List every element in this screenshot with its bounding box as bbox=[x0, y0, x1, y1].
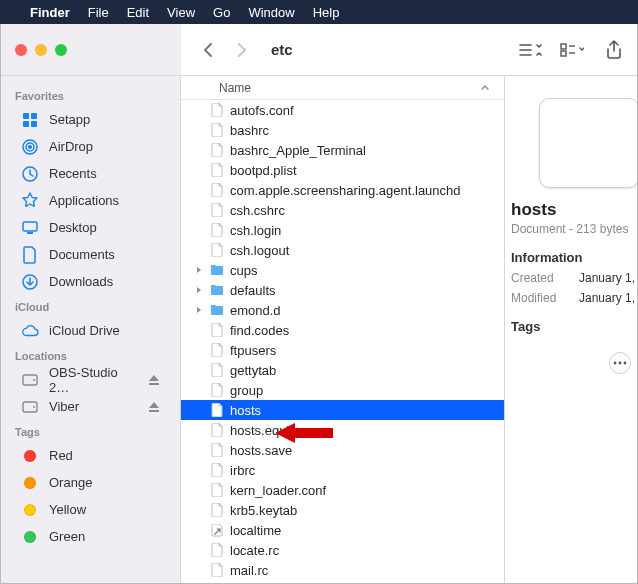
svg-rect-15 bbox=[23, 222, 37, 231]
sidebar-item-documents[interactable]: Documents bbox=[7, 241, 174, 268]
tag-icon bbox=[21, 447, 39, 465]
sidebar-item-label: Setapp bbox=[49, 112, 90, 127]
sidebar-item-red[interactable]: Red bbox=[7, 442, 174, 469]
svg-point-19 bbox=[33, 379, 35, 381]
file-row[interactable]: cups bbox=[181, 260, 504, 280]
file-icon bbox=[210, 403, 224, 417]
column-header[interactable]: Name bbox=[181, 76, 504, 100]
sidebar-item-setapp[interactable]: Setapp bbox=[7, 106, 174, 133]
file-icon bbox=[210, 503, 224, 517]
file-row[interactable]: csh.login bbox=[181, 220, 504, 240]
back-button[interactable] bbox=[199, 41, 217, 59]
file-row[interactable]: gettytab bbox=[181, 360, 504, 380]
sidebar-item-orange[interactable]: Orange bbox=[7, 469, 174, 496]
file-row[interactable]: bashrc_Apple_Terminal bbox=[181, 140, 504, 160]
share-icon[interactable] bbox=[601, 37, 627, 63]
menubar-file[interactable]: File bbox=[88, 5, 109, 20]
file-row[interactable]: irbrc bbox=[181, 460, 504, 480]
file-name: ftpusers bbox=[230, 343, 276, 358]
file-row[interactable]: ftpusers bbox=[181, 340, 504, 360]
eject-icon[interactable] bbox=[148, 401, 160, 413]
sidebar-item-airdrop[interactable]: AirDrop bbox=[7, 133, 174, 160]
svg-point-26 bbox=[624, 362, 627, 365]
minimize-button[interactable] bbox=[35, 44, 47, 56]
menubar-go[interactable]: Go bbox=[213, 5, 230, 20]
file-row[interactable]: bashrc bbox=[181, 120, 504, 140]
eject-icon[interactable] bbox=[148, 374, 160, 386]
sidebar-item-green[interactable]: Green bbox=[7, 523, 174, 550]
svg-point-24 bbox=[614, 362, 617, 365]
file-row[interactable]: hosts.equiv bbox=[181, 420, 504, 440]
file-name: emond.d bbox=[230, 303, 281, 318]
menubar-view[interactable]: View bbox=[167, 5, 195, 20]
file-icon bbox=[210, 343, 224, 357]
file-row[interactable]: csh.cshrc bbox=[181, 200, 504, 220]
file-name: group bbox=[230, 383, 263, 398]
file-row[interactable]: csh.logout bbox=[181, 240, 504, 260]
file-row[interactable]: find.codes bbox=[181, 320, 504, 340]
menubar-window[interactable]: Window bbox=[248, 5, 294, 20]
file-row[interactable]: bootpd.plist bbox=[181, 160, 504, 180]
sidebar-item-viber[interactable]: Viber bbox=[7, 393, 174, 420]
toolbar: etc bbox=[1, 24, 637, 76]
file-row[interactable]: locate.rc bbox=[181, 540, 504, 560]
file-row[interactable]: com.apple.screensharing.agent.launchd bbox=[181, 180, 504, 200]
sidebar-section-header: Tags bbox=[1, 420, 180, 442]
file-icon bbox=[210, 563, 224, 577]
file-name: defaults bbox=[230, 283, 276, 298]
file-row[interactable]: mail.rc bbox=[181, 560, 504, 580]
sidebar-item-desktop[interactable]: Desktop bbox=[7, 214, 174, 241]
view-list-icon[interactable] bbox=[517, 37, 543, 63]
sidebar: FavoritesSetappAirDropRecentsApplication… bbox=[1, 76, 181, 583]
sort-indicator-icon[interactable] bbox=[480, 83, 490, 93]
file-icon bbox=[210, 363, 224, 377]
file-row[interactable]: localtime bbox=[181, 520, 504, 540]
sidebar-item-icloud-drive[interactable]: iCloud Drive bbox=[7, 317, 174, 344]
preview-pane: hosts Document - 213 bytes Information C… bbox=[505, 76, 637, 583]
file-row[interactable]: hosts bbox=[181, 400, 504, 420]
sidebar-item-applications[interactable]: Applications bbox=[7, 187, 174, 214]
file-row[interactable]: emond.d bbox=[181, 300, 504, 320]
more-button[interactable] bbox=[609, 352, 631, 374]
group-icon[interactable] bbox=[559, 37, 585, 63]
column-header-name[interactable]: Name bbox=[219, 81, 251, 95]
file-row[interactable]: krb5.keytab bbox=[181, 500, 504, 520]
window-title: etc bbox=[271, 41, 293, 58]
preview-filename: hosts bbox=[511, 200, 637, 220]
file-icon bbox=[210, 143, 224, 157]
sidebar-item-label: Desktop bbox=[49, 220, 97, 235]
zoom-button[interactable] bbox=[55, 44, 67, 56]
file-name: csh.logout bbox=[230, 243, 289, 258]
file-row[interactable]: defaults bbox=[181, 280, 504, 300]
close-button[interactable] bbox=[15, 44, 27, 56]
forward-button[interactable] bbox=[233, 41, 251, 59]
menubar-app[interactable]: Finder bbox=[30, 5, 70, 20]
sidebar-item-downloads[interactable]: Downloads bbox=[7, 268, 174, 295]
preview-modified-label: Modified bbox=[511, 291, 569, 305]
preview-created-label: Created bbox=[511, 271, 569, 285]
disclosure-triangle-icon[interactable] bbox=[193, 266, 204, 274]
menubar-edit[interactable]: Edit bbox=[127, 5, 149, 20]
file-name: csh.login bbox=[230, 223, 281, 238]
file-row[interactable]: kern_loader.conf bbox=[181, 480, 504, 500]
file-name: csh.cshrc bbox=[230, 203, 285, 218]
file-name: hosts.equiv bbox=[230, 423, 296, 438]
svg-rect-16 bbox=[27, 232, 33, 234]
sidebar-item-recents[interactable]: Recents bbox=[7, 160, 174, 187]
sidebar-item-yellow[interactable]: Yellow bbox=[7, 496, 174, 523]
menubar-help[interactable]: Help bbox=[313, 5, 340, 20]
sidebar-item-label: Yellow bbox=[49, 502, 86, 517]
file-list[interactable]: autofs.confbashrcbashrc_Apple_Terminalbo… bbox=[181, 100, 504, 583]
file-row[interactable]: hosts.save bbox=[181, 440, 504, 460]
window-controls bbox=[1, 24, 181, 75]
sidebar-item-label: Documents bbox=[49, 247, 115, 262]
sidebar-item-obs-studio-2-[interactable]: OBS-Studio 2… bbox=[7, 366, 174, 393]
file-row[interactable]: autofs.conf bbox=[181, 100, 504, 120]
desktop-icon bbox=[21, 219, 39, 237]
disclosure-triangle-icon[interactable] bbox=[193, 286, 204, 294]
file-row[interactable]: group bbox=[181, 380, 504, 400]
menubar: Finder File Edit View Go Window Help bbox=[0, 0, 638, 24]
disclosure-triangle-icon[interactable] bbox=[193, 306, 204, 314]
file-icon bbox=[210, 163, 224, 177]
sidebar-item-label: iCloud Drive bbox=[49, 323, 120, 338]
